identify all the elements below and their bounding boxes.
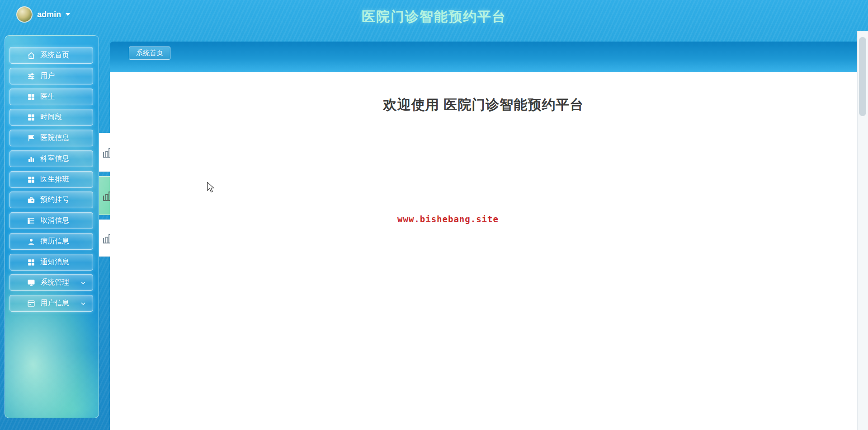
main-content: 欢迎使用 医院门诊智能预约平台 xyxy=(110,72,857,430)
sidebar-item-label: 系统管理 xyxy=(40,278,69,287)
welcome-title: 欢迎使用 医院门诊智能预约平台 xyxy=(110,96,857,114)
sidebar-item-user-info[interactable]: 用户信息 xyxy=(9,295,93,312)
sidebar-item-notifications[interactable]: 通知消息 xyxy=(9,254,93,271)
sidebar-item-label: 系统首页 xyxy=(40,51,69,60)
sidebar-item-label: 医生 xyxy=(40,92,55,102)
sidebar-item-label: 病历信息 xyxy=(40,237,69,246)
chevron-down-icon xyxy=(80,280,86,286)
scrollbar-track[interactable] xyxy=(857,31,868,430)
scrollbar-thumb[interactable] xyxy=(859,37,866,116)
breadcrumb[interactable]: 系统首页 xyxy=(129,47,170,60)
monitor-icon xyxy=(27,279,35,287)
sidebar-item-timeslots[interactable]: 时间段 xyxy=(9,109,93,126)
home-icon xyxy=(27,51,35,60)
grid-icon xyxy=(27,258,35,266)
app-root: admin 医院门诊智能预约平台 系统首页 用户 医生 时间段 医院信息 科室信… xyxy=(0,0,868,430)
sidebar-item-department-info[interactable]: 科室信息 xyxy=(9,150,93,167)
sidebar-item-label: 取消信息 xyxy=(40,216,69,225)
mouse-cursor xyxy=(206,182,216,193)
header: admin 医院门诊智能预约平台 xyxy=(0,0,868,31)
sliders-icon xyxy=(27,72,35,80)
watermark-text: www.bishebang.site xyxy=(397,214,499,224)
sidebar-item-home[interactable]: 系统首页 xyxy=(9,47,93,64)
sidebar-item-label: 通知消息 xyxy=(40,257,69,267)
sidebar-item-medical-records[interactable]: 病历信息 xyxy=(9,233,93,250)
sidebar-item-appointment[interactable]: 预约挂号 xyxy=(9,192,93,208)
user-icon xyxy=(27,238,35,246)
flag-icon xyxy=(27,134,35,142)
grid-icon xyxy=(27,176,35,184)
grid-icon xyxy=(27,113,35,122)
sidebar-item-hospital-info[interactable]: 医院信息 xyxy=(9,130,93,146)
sidebar-item-doctor-schedule[interactable]: 医生排班 xyxy=(9,171,93,188)
sidebar-item-doctors[interactable]: 医生 xyxy=(9,89,93,105)
sidebar-item-label: 医院信息 xyxy=(40,133,69,143)
sidebar-item-label: 用户信息 xyxy=(40,299,69,308)
bar-chart-icon xyxy=(27,155,35,163)
sidebar-item-label: 用户 xyxy=(40,71,55,81)
chevron-down-icon xyxy=(80,300,86,307)
sidebar-item-users[interactable]: 用户 xyxy=(9,68,93,84)
window-icon xyxy=(27,299,35,308)
page-title: 医院门诊智能预约平台 xyxy=(0,8,868,26)
briefcase-icon xyxy=(27,196,35,204)
grid-icon xyxy=(27,93,35,101)
sidebar-item-system-management[interactable]: 系统管理 xyxy=(9,274,93,291)
sidebar-item-label: 医生排班 xyxy=(40,175,69,184)
sidebar-item-label: 科室信息 xyxy=(40,154,69,164)
sidebar-item-label: 时间段 xyxy=(40,112,62,122)
list-icon xyxy=(27,217,35,225)
content-header-band: 系统首页 xyxy=(110,42,857,72)
sidebar-item-label: 预约挂号 xyxy=(40,195,69,205)
sidebar-item-cancellations[interactable]: 取消信息 xyxy=(9,212,93,229)
sidebar: 系统首页 用户 医生 时间段 医院信息 科室信息 医生排班 预约挂号 xyxy=(5,35,99,418)
